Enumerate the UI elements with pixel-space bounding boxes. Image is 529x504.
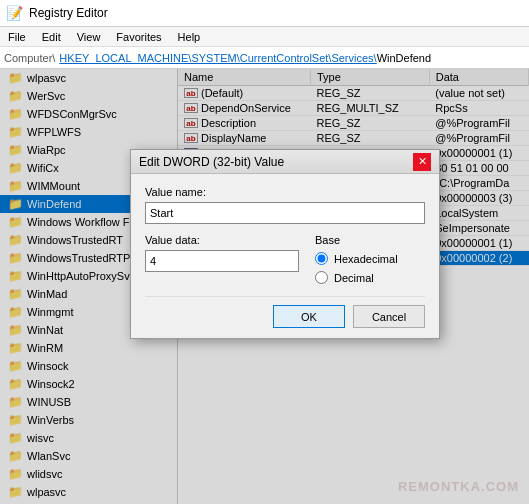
title-bar: 📝 Registry Editor — [0, 0, 529, 27]
cancel-button[interactable]: Cancel — [353, 305, 425, 328]
menu-item-file[interactable]: File — [0, 29, 34, 45]
main-content: 📁wlpasvc📁WerSvc📁WFDSConMgrSvc📁WFPLWFS📁Wi… — [0, 69, 529, 504]
dialog-close-button[interactable]: ✕ — [413, 153, 431, 171]
address-computer-label: Computer\ — [4, 52, 55, 64]
dialog-title: Edit DWORD (32-bit) Value — [139, 155, 284, 169]
hex-radio-label[interactable]: Hexadecimal — [315, 252, 425, 265]
menu-item-help[interactable]: Help — [170, 29, 209, 45]
address-path: HKEY_LOCAL_MACHINE\SYSTEM\CurrentControl… — [59, 52, 431, 64]
value-name-label: Value name: — [145, 186, 425, 198]
app-icon: 📝 — [6, 5, 23, 21]
dialog-overlay: Edit DWORD (32-bit) Value ✕ Value name: … — [0, 69, 529, 504]
ok-button[interactable]: OK — [273, 305, 345, 328]
dialog-base-section: Base Hexadecimal Decimal — [315, 234, 425, 284]
dialog-title-bar: Edit DWORD (32-bit) Value ✕ — [131, 150, 439, 174]
menu-item-edit[interactable]: Edit — [34, 29, 69, 45]
base-radio-group: Hexadecimal Decimal — [315, 252, 425, 284]
base-label: Base — [315, 234, 425, 246]
hex-label: Hexadecimal — [334, 253, 398, 265]
dec-label: Decimal — [334, 272, 374, 284]
menu-item-view[interactable]: View — [69, 29, 109, 45]
app-title: Registry Editor — [29, 6, 108, 20]
address-bar: Computer\ HKEY_LOCAL_MACHINE\SYSTEM\Curr… — [0, 47, 529, 69]
address-hklm: HKEY_LOCAL_MACHINE\SYSTEM\CurrentControl… — [59, 52, 376, 64]
dialog-data-section: Value data: — [145, 234, 299, 282]
address-selected-key: WinDefend — [377, 52, 431, 64]
hex-radio[interactable] — [315, 252, 328, 265]
value-data-input[interactable] — [145, 250, 299, 272]
dialog-data-row: Value data: Base Hexadecimal — [145, 234, 425, 284]
dec-radio-label[interactable]: Decimal — [315, 271, 425, 284]
menu-bar: FileEditViewFavoritesHelp — [0, 27, 529, 47]
value-name-input[interactable] — [145, 202, 425, 224]
value-data-label: Value data: — [145, 234, 299, 246]
dec-radio[interactable] — [315, 271, 328, 284]
dialog-buttons: OK Cancel — [145, 296, 425, 328]
menu-item-favorites[interactable]: Favorites — [108, 29, 169, 45]
edit-dword-dialog: Edit DWORD (32-bit) Value ✕ Value name: … — [130, 149, 440, 339]
dialog-body: Value name: Value data: Base Hexadecimal — [131, 174, 439, 338]
